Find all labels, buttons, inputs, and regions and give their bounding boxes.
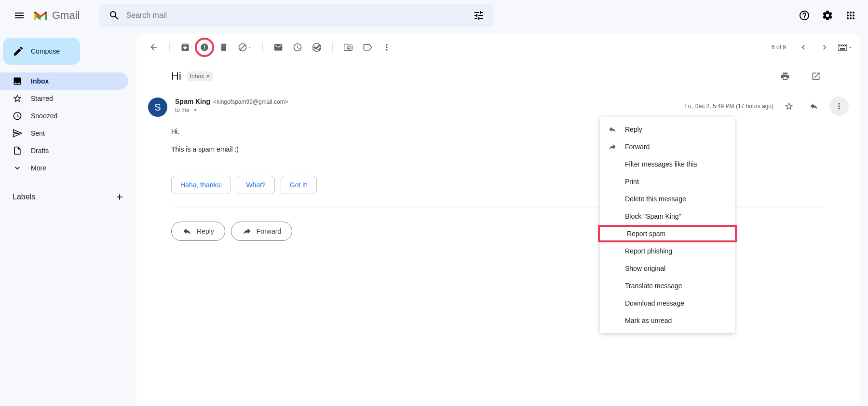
smart-reply-3[interactable]: Got it! [281, 176, 317, 194]
gmail-logo-icon [33, 10, 48, 21]
labels-title: Labels [13, 193, 35, 201]
settings-button[interactable] [818, 6, 837, 25]
smart-reply-2[interactable]: What? [237, 176, 274, 194]
sender-name: Spam King [175, 98, 210, 105]
folder-move-icon [343, 42, 353, 52]
print-icon [780, 71, 790, 81]
menu-mark-unread[interactable]: Mark as unread [600, 312, 735, 329]
main-panel: 6 of 9 Hi Inbox× S Spam King <kingofspam… [136, 34, 860, 406]
reply-icon [809, 101, 819, 111]
menu-filter[interactable]: Filter messages like this [600, 155, 735, 173]
remove-label-icon[interactable]: × [206, 72, 210, 80]
compose-button[interactable]: Compose [3, 38, 80, 65]
separator [332, 42, 333, 52]
sidebar-item-label: Drafts [31, 147, 49, 154]
smart-reply-1[interactable]: Haha, thanks! [171, 176, 231, 194]
dropdown-icon [848, 45, 853, 50]
delete-button[interactable] [214, 38, 233, 57]
menu-report-spam[interactable]: Report spam [598, 225, 737, 242]
add-to-tasks-button[interactable] [307, 38, 326, 57]
star-icon [784, 101, 794, 111]
chevron-left-icon [799, 42, 808, 52]
main-menu-button[interactable] [8, 4, 31, 27]
block-sender-button[interactable] [233, 38, 257, 57]
back-button[interactable] [144, 38, 163, 57]
menu-block[interactable]: Block "Spam King" [600, 208, 735, 225]
add-label-button[interactable] [112, 189, 127, 205]
pager-count: 6 of 9 [772, 44, 786, 51]
input-tools-button[interactable] [838, 44, 853, 51]
search-bar [99, 4, 494, 27]
support-button[interactable] [795, 6, 814, 25]
labels-button[interactable] [358, 38, 377, 57]
timestamp: Fri, Dec 2, 5:49 PM (17 hours ago) [684, 103, 773, 110]
plus-icon [115, 192, 124, 202]
sender-avatar[interactable]: S [148, 98, 167, 117]
menu-download[interactable]: Download message [600, 294, 735, 312]
archive-icon [180, 42, 190, 52]
keyboard-icon [838, 44, 847, 51]
clock-icon [13, 111, 22, 121]
forward-button[interactable]: Forward [231, 222, 292, 241]
menu-translate[interactable]: Translate message [600, 277, 735, 294]
dropdown-icon [191, 106, 199, 114]
snooze-button[interactable] [288, 38, 307, 57]
reply-inline-button[interactable] [804, 97, 824, 116]
reply-label: Reply [197, 227, 214, 235]
print-button[interactable] [775, 67, 795, 86]
menu-print[interactable]: Print [600, 173, 735, 190]
inbox-chip[interactable]: Inbox× [187, 71, 213, 81]
menu-delete[interactable]: Delete this message [600, 190, 735, 208]
mail-icon [273, 42, 283, 52]
menu-reply[interactable]: Reply [600, 121, 735, 138]
more-actions-button[interactable] [377, 38, 396, 57]
report-spam-button[interactable] [195, 38, 214, 57]
svg-rect-2 [841, 45, 842, 46]
sidebar-item-more[interactable]: More [0, 159, 128, 177]
sidebar-item-sent[interactable]: Sent [0, 125, 128, 142]
sidebar-item-drafts[interactable]: Drafts [0, 142, 128, 159]
message-context-menu: Reply Forward Filter messages like this … [600, 117, 735, 333]
mark-unread-button[interactable] [269, 38, 288, 57]
sidebar-item-starred[interactable]: Starred [0, 90, 128, 107]
label-icon [363, 42, 372, 52]
search-icon [108, 10, 120, 21]
help-icon [799, 10, 810, 21]
sender-email: <kingofspam99@gmail.com> [213, 98, 288, 105]
open-new-window-button[interactable] [806, 67, 826, 86]
sidebar-item-snoozed[interactable]: Snoozed [0, 107, 128, 125]
forward-label: Forward [257, 227, 281, 235]
reply-button[interactable]: Reply [171, 222, 225, 241]
star-icon [13, 94, 22, 103]
email-meta: Fri, Dec 2, 5:49 PM (17 hours ago) [684, 97, 849, 116]
older-button[interactable] [796, 38, 811, 57]
svg-rect-4 [845, 45, 846, 46]
newer-button[interactable] [817, 38, 832, 57]
search-options-button[interactable] [467, 4, 490, 27]
sidebar-item-label: Inbox [31, 77, 49, 85]
search-input[interactable] [126, 11, 467, 20]
forward-icon [608, 142, 617, 151]
menu-show-original[interactable]: Show original [600, 260, 735, 277]
gmail-logo-area[interactable]: Gmail [33, 9, 80, 22]
menu-report-phishing[interactable]: Report phishing [600, 242, 735, 260]
archive-button[interactable] [176, 38, 195, 57]
sidebar-item-inbox[interactable]: Inbox [0, 72, 128, 90]
report-spam-icon [200, 42, 209, 52]
menu-forward[interactable]: Forward [600, 138, 735, 155]
star-message-button[interactable] [779, 97, 799, 116]
message-more-button[interactable] [829, 97, 849, 116]
draft-icon [13, 146, 22, 155]
separator [262, 42, 263, 52]
forward-icon [242, 226, 252, 236]
subject-row: Hi Inbox× [136, 61, 860, 92]
svg-rect-1 [839, 45, 840, 46]
subject-right [775, 67, 826, 86]
compose-label: Compose [31, 47, 60, 55]
toolbar-left [144, 38, 396, 57]
search-button[interactable] [103, 4, 126, 27]
subject-left: Hi Inbox× [171, 70, 213, 83]
move-to-button[interactable] [339, 38, 358, 57]
apps-button[interactable] [841, 6, 860, 25]
gear-icon [822, 10, 833, 21]
